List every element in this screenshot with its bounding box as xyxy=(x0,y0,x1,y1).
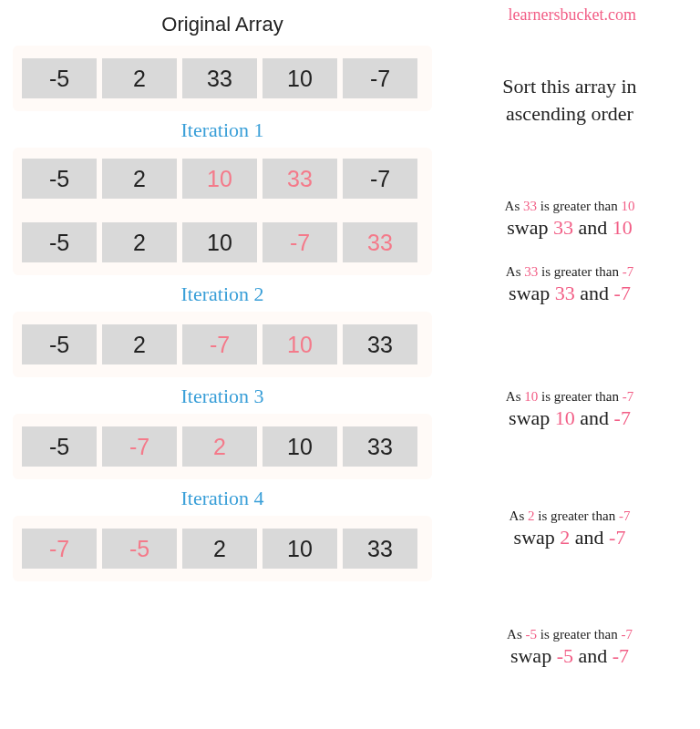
array-cell: -7 xyxy=(343,58,417,98)
array-cell: 10 xyxy=(262,58,337,98)
array-cell: 2 xyxy=(182,529,257,569)
array-cell: -5 xyxy=(102,529,177,569)
array-row: -7-521033 xyxy=(22,529,423,569)
explain-iteration-4: As -5 is greater than -7 swap -5 and -7 xyxy=(456,627,684,668)
array-cell: 2 xyxy=(102,222,177,262)
array-row: -523310-7 xyxy=(22,58,423,98)
instruction-text: Sort this array inascending order xyxy=(456,73,684,127)
array-cell: -5 xyxy=(22,222,97,262)
array-cell: -7 xyxy=(182,324,257,364)
array-cell: 10 xyxy=(262,324,337,364)
array-cell: 2 xyxy=(102,58,177,98)
iteration-1-title: Iteration 1 xyxy=(13,118,432,142)
array-cell: 2 xyxy=(102,159,177,199)
original-array-heading: Original Array xyxy=(13,13,432,36)
array-row: -5210-733 xyxy=(22,222,423,262)
array-cell: 33 xyxy=(343,324,417,364)
iteration-2-title: Iteration 2 xyxy=(13,282,432,306)
array-cell: -7 xyxy=(22,529,97,569)
array-row: -52-71033 xyxy=(22,324,423,364)
original-array-panel: -523310-7 xyxy=(13,46,432,111)
array-cell: -7 xyxy=(343,159,417,199)
explain-iteration-2: As 10 is greater than -7 swap 10 and -7 xyxy=(456,389,684,430)
array-cell: -7 xyxy=(262,222,337,262)
array-cell: 2 xyxy=(102,324,177,364)
array-cell: 33 xyxy=(343,529,417,569)
array-cell: 10 xyxy=(182,159,257,199)
array-cell: -5 xyxy=(22,58,97,98)
explain-iteration-1a: As 33 is greater than 10 swap 33 and 10 xyxy=(456,199,684,240)
iteration-2-panel: -52-71033 xyxy=(13,312,432,377)
array-cell: 10 xyxy=(182,222,257,262)
array-cell: 33 xyxy=(343,222,417,262)
array-cell: 33 xyxy=(343,426,417,467)
array-cell: 2 xyxy=(182,426,257,467)
array-cell: 33 xyxy=(182,58,257,98)
array-cell: -5 xyxy=(22,426,97,467)
iteration-3-panel: -5-721033 xyxy=(13,414,432,479)
array-cell: -5 xyxy=(22,159,97,199)
array-cell: -7 xyxy=(102,426,177,467)
iteration-1-panel: -521033-7 -5210-733 xyxy=(13,148,432,275)
iteration-4-panel: -7-521033 xyxy=(13,516,432,581)
explain-iteration-3: As 2 is greater than -7 swap 2 and -7 xyxy=(456,508,684,549)
brand-link[interactable]: learnersbucket.com xyxy=(509,5,636,25)
explain-iteration-1b: As 33 is greater than -7 swap 33 and -7 xyxy=(456,264,684,305)
array-row: -5-721033 xyxy=(22,426,423,467)
array-row: -521033-7 xyxy=(22,159,423,199)
array-cell: 10 xyxy=(262,529,337,569)
iteration-4-title: Iteration 4 xyxy=(13,487,432,510)
array-cell: 10 xyxy=(262,426,337,467)
array-cell: -5 xyxy=(22,324,97,364)
array-cell: 33 xyxy=(262,159,337,199)
iteration-3-title: Iteration 3 xyxy=(13,385,432,408)
diagram-column: Original Array -523310-7 Iteration 1 -52… xyxy=(0,0,438,581)
